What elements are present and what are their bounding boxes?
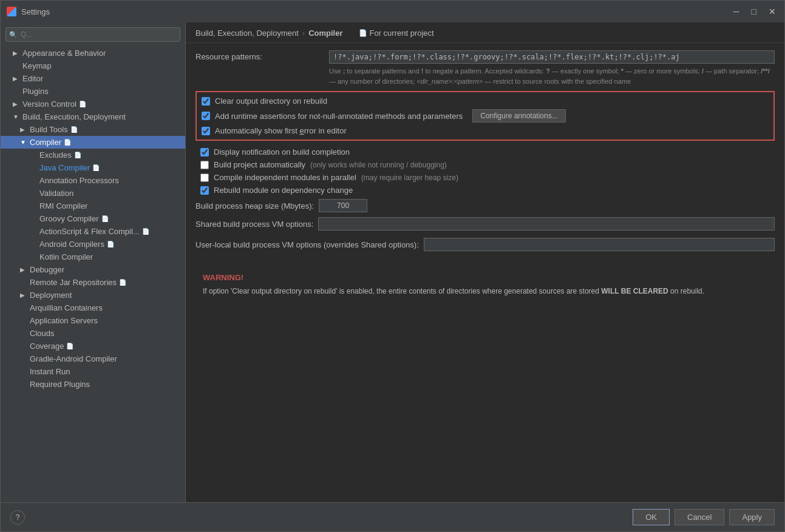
maximize-button[interactable]: □: [749, 5, 759, 18]
sidebar-item-plugins[interactable]: Plugins: [1, 85, 185, 98]
rebuild-module-label: Rebuild module on dependency change: [214, 186, 353, 195]
user-vm-input[interactable]: [424, 238, 775, 251]
page-icon: 📄: [66, 343, 73, 349]
sidebar-item-groovy[interactable]: Groovy Compiler 📄: [1, 212, 185, 225]
expand-spacer: [30, 254, 37, 260]
heap-input[interactable]: [319, 199, 367, 212]
compile-parallel-checkbox[interactable]: [200, 173, 209, 182]
expand-spacer: [20, 330, 27, 337]
sidebar-item-label: Annotation Processors: [39, 176, 119, 185]
sidebar-item-gradle-android[interactable]: Gradle-Android Compiler: [1, 352, 185, 365]
sidebar-item-android-compilers[interactable]: Android Compilers 📄: [1, 238, 185, 251]
sidebar-item-label: Required Plugins: [30, 380, 90, 389]
sidebar-item-validation[interactable]: Validation: [1, 187, 185, 200]
search-icon: 🔍: [9, 31, 18, 39]
sidebar-item-clouds[interactable]: Clouds: [1, 327, 185, 340]
rebuild-module-checkbox[interactable]: [200, 186, 209, 195]
heap-row: Build process heap size (Mbytes):: [195, 197, 775, 215]
expand-spacer: [13, 62, 20, 69]
search-input[interactable]: [5, 27, 180, 42]
sidebar-item-build-exec[interactable]: ▼ Build, Execution, Deployment: [1, 110, 185, 123]
close-button[interactable]: ✕: [766, 5, 778, 18]
sidebar-item-editor[interactable]: ▶ Editor: [1, 72, 185, 85]
page-icon: 📄: [119, 279, 126, 286]
sidebar-item-coverage[interactable]: Coverage 📄: [1, 340, 185, 352]
sidebar-item-arquillian[interactable]: Arquillian Containers: [1, 301, 185, 314]
sidebar-item-keymap[interactable]: Keymap: [1, 59, 185, 72]
sidebar-item-debugger[interactable]: ▶ Debugger: [1, 263, 185, 276]
runtime-assertions-checkbox[interactable]: [202, 112, 210, 120]
sidebar-item-label: Plugins: [22, 87, 49, 96]
sidebar-item-label: Remote Jar Repositories: [30, 278, 117, 287]
page-icon: 📄: [74, 152, 81, 158]
resource-patterns-label: Resource patterns:: [195, 50, 329, 61]
ok-button[interactable]: OK: [633, 509, 670, 525]
sidebar-item-appearance[interactable]: ▶ Appearance & Behavior: [1, 47, 185, 59]
cancel-button[interactable]: Cancel: [675, 509, 724, 525]
footer: ? OK Cancel Apply: [1, 502, 784, 531]
breadcrumb-project: 📄 For current project: [359, 29, 434, 38]
expand-spacer: [20, 368, 27, 375]
sidebar-item-remote-jar[interactable]: Remote Jar Repositories 📄: [1, 276, 185, 289]
sidebar-item-annotation[interactable]: Annotation Processors: [1, 174, 185, 187]
sidebar-item-version-control[interactable]: ▶ Version Control 📄: [1, 98, 185, 110]
help-button[interactable]: ?: [10, 510, 25, 525]
settings-content: Resource patterns: Use ; to separate pat…: [186, 43, 784, 502]
show-first-error-checkbox[interactable]: [202, 127, 210, 135]
main-content: 🔍 ▶ Appearance & Behavior Keymap ▶ Edito…: [1, 22, 784, 502]
expand-spacer: [13, 88, 20, 95]
warning-box: WARNING! If option 'Clear output directo…: [195, 266, 775, 305]
breadcrumb-current: Compiler: [308, 29, 342, 38]
expand-arrow: ▶: [13, 75, 20, 82]
expand-spacer: [20, 355, 27, 362]
sidebar-item-rmi[interactable]: RMI Compiler: [1, 200, 185, 212]
checkbox-row-show-error: Automatically show first error in editor: [197, 124, 773, 137]
breadcrumb: Build, Execution, Deployment › Compiler …: [186, 22, 784, 43]
expand-arrow: ▼: [13, 113, 20, 120]
sidebar-item-actionscript[interactable]: ActionScript & Flex Compil... 📄: [1, 225, 185, 238]
checkbox-row-rebuild-module: Rebuild module on dependency change: [195, 184, 775, 197]
sidebar-item-excludes[interactable]: Excludes 📄: [1, 149, 185, 161]
sidebar-item-label: Deployment: [30, 291, 72, 300]
sidebar-item-app-servers[interactable]: Application Servers: [1, 314, 185, 327]
heap-label: Build process heap size (Mbytes):: [195, 201, 314, 210]
apply-button[interactable]: Apply: [729, 509, 775, 525]
sidebar-item-deployment[interactable]: ▶ Deployment: [1, 289, 185, 301]
build-auto-label: Build project automatically: [214, 160, 305, 169]
shared-vm-row: Shared build process VM options:: [195, 215, 775, 233]
warning-text: If option 'Clear output directory on reb…: [203, 286, 767, 297]
clear-output-checkbox[interactable]: [202, 97, 210, 106]
sidebar-item-label: Clouds: [30, 329, 54, 338]
window-title: Settings: [21, 7, 50, 16]
checkbox-row-display-notification: Display notification on build completion: [195, 146, 775, 158]
sidebar-item-java-compiler[interactable]: Java Compiler 📄: [1, 161, 185, 174]
sidebar-item-compiler[interactable]: ▼ Compiler 📄: [1, 136, 185, 149]
clear-output-label: Clear output directory on rebuild: [215, 96, 327, 106]
expand-spacer: [30, 190, 37, 197]
breadcrumb-project-label: For current project: [370, 29, 434, 38]
expand-arrow: ▶: [13, 101, 20, 107]
sidebar-item-build-tools[interactable]: ▶ Build Tools 📄: [1, 123, 185, 136]
sidebar-item-instant-run[interactable]: Instant Run: [1, 365, 185, 378]
configure-annotations-button[interactable]: Configure annotations...: [472, 109, 565, 123]
expand-arrow: ▶: [13, 50, 20, 56]
breadcrumb-separator: ›: [302, 29, 305, 38]
build-auto-checkbox[interactable]: [200, 161, 209, 169]
resource-patterns-input[interactable]: [329, 50, 775, 64]
expand-spacer: [30, 164, 37, 171]
sidebar-item-label: Debugger: [30, 265, 64, 274]
sidebar-item-label: Android Compilers: [39, 240, 104, 249]
display-notification-checkbox[interactable]: [200, 148, 209, 157]
minimize-button[interactable]: ─: [731, 5, 742, 18]
bordered-checkbox-section: Clear output directory on rebuild Add ru…: [195, 91, 775, 141]
shared-vm-input[interactable]: [318, 217, 775, 231]
page-icon: 📄: [107, 241, 114, 247]
sidebar-item-label: Instant Run: [30, 367, 70, 376]
sidebar-item-label: Validation: [39, 189, 73, 198]
expand-spacer: [30, 177, 37, 184]
footer-left: ?: [10, 510, 25, 525]
page-icon: 📄: [142, 228, 149, 235]
sidebar-item-kotlin[interactable]: Kotlin Compiler: [1, 251, 185, 263]
expand-spacer: [20, 279, 27, 286]
sidebar-item-required-plugins[interactable]: Required Plugins: [1, 378, 185, 391]
